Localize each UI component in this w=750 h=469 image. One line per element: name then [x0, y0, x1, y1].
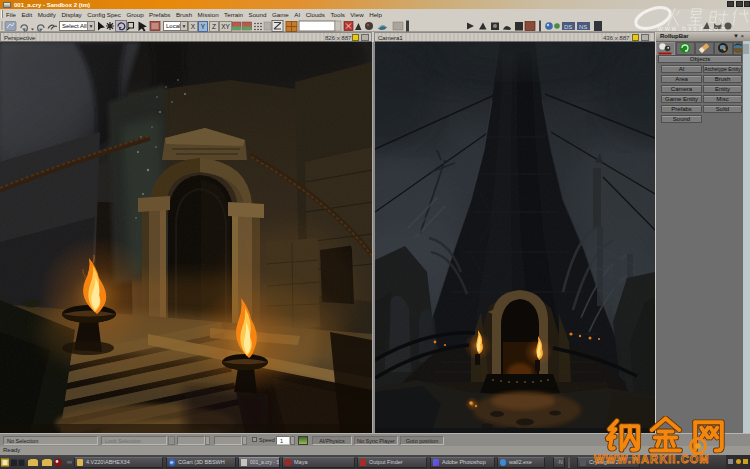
- svg-text:www.hxsd.com: www.hxsd.com: [657, 25, 728, 32]
- svg-text:DS: DS: [564, 24, 572, 30]
- svg-text:NS: NS: [579, 24, 587, 30]
- svg-text:WWW.NARKII.COM: WWW.NARKII.COM: [594, 453, 710, 465]
